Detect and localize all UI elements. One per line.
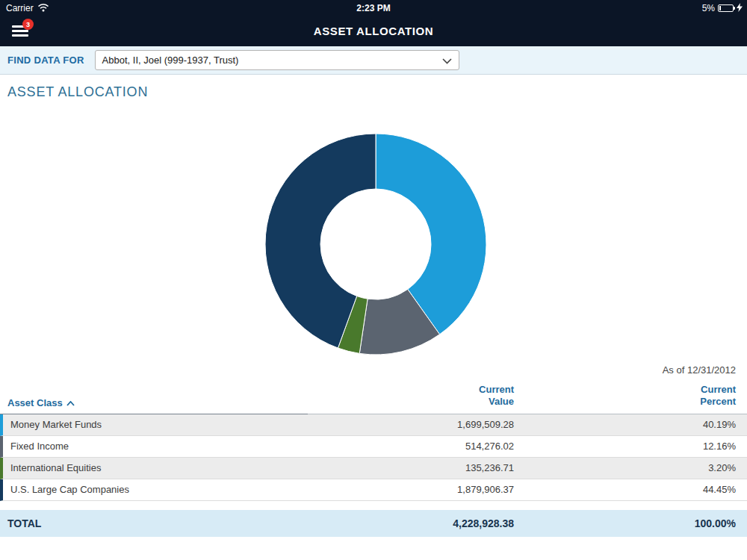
as-of-date: As of 12/31/2012 xyxy=(663,364,736,376)
sort-ascending-icon xyxy=(66,397,75,408)
current-percent-cell: 40.19% xyxy=(514,419,736,430)
nav-bar: 3 ASSET ALLOCATION xyxy=(0,16,747,46)
asset-class-sort-header[interactable]: Asset Class xyxy=(7,397,327,408)
asset-class-cell: International Equities xyxy=(3,462,327,473)
account-select[interactable]: Abbot, II, Joel (999-1937, Trust) xyxy=(95,50,459,70)
table-row[interactable]: Money Market Funds 1,699,509.28 40.19% xyxy=(0,414,747,436)
table-row[interactable]: International Equities 135,236.71 3.20% xyxy=(0,458,747,479)
status-bar: Carrier 2:23 PM 5% xyxy=(0,0,747,16)
total-value: 4,228,928.38 xyxy=(327,517,514,529)
table-row[interactable]: Fixed Income 514,276.02 12.16% xyxy=(0,436,747,458)
find-data-bar: FIND DATA FOR Abbot, II, Joel (999-1937,… xyxy=(0,46,747,75)
asset-class-cell: U.S. Large Cap Companies xyxy=(3,484,327,495)
account-select-value: Abbot, II, Joel (999-1937, Trust) xyxy=(102,55,239,66)
current-value-cell: 1,879,906.37 xyxy=(327,484,514,495)
allocation-donut-chart xyxy=(260,128,492,360)
battery-percent-label: 5% xyxy=(702,3,715,13)
table-row[interactable]: U.S. Large Cap Companies 1,879,906.37 44… xyxy=(0,479,747,501)
current-percent-cell: 44.45% xyxy=(514,484,736,495)
current-percent-cell: 3.20% xyxy=(514,462,736,473)
asset-allocation-screen: Carrier 2:23 PM 5% 3 ASSET ALLOCATION xyxy=(0,0,747,560)
current-value-cell: 514,276.02 xyxy=(327,441,514,452)
total-percent: 100.00% xyxy=(514,517,736,529)
menu-button[interactable]: 3 xyxy=(12,25,28,37)
chevron-down-icon xyxy=(442,54,452,67)
current-percent-cell: 12.16% xyxy=(514,441,736,452)
asset-class-cell: Fixed Income xyxy=(3,441,327,452)
current-value-cell: 135,236.71 xyxy=(327,462,514,473)
allocation-table: Asset Class Current Value Current Percen… xyxy=(0,384,747,537)
asset-class-header-label: Asset Class xyxy=(7,397,63,408)
total-row: TOTAL 4,228,928.38 100.00% xyxy=(0,510,747,537)
total-label: TOTAL xyxy=(0,517,327,529)
current-value-cell: 1,699,509.28 xyxy=(327,419,514,430)
asset-class-cell: Money Market Funds xyxy=(3,419,327,430)
current-percent-header: Current Percent xyxy=(514,384,736,408)
nav-title: ASSET ALLOCATION xyxy=(0,16,747,46)
current-value-header: Current Value xyxy=(327,384,514,408)
notification-badge: 3 xyxy=(22,19,34,30)
battery-icon xyxy=(718,4,734,12)
find-data-label: FIND DATA FOR xyxy=(7,55,84,66)
page-title: ASSET ALLOCATION xyxy=(7,84,148,100)
table-header-row: Asset Class Current Value Current Percen… xyxy=(0,384,747,414)
charging-bolt-icon xyxy=(737,3,743,14)
status-time: 2:23 PM xyxy=(0,3,747,13)
